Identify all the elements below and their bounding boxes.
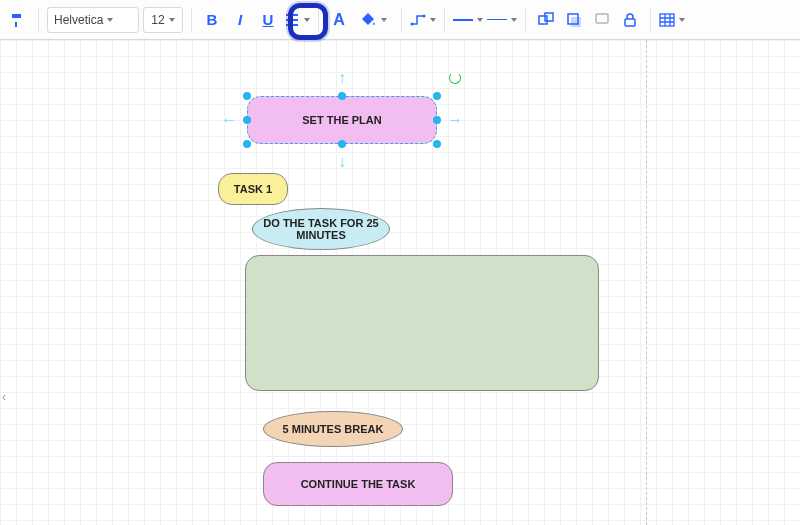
line-icon [453, 19, 473, 21]
svg-rect-7 [625, 19, 635, 26]
shadow-icon [566, 12, 582, 28]
underline-button[interactable]: U [256, 7, 280, 33]
font-family-select[interactable]: Helvetica [47, 7, 139, 33]
comment-button[interactable] [590, 7, 614, 33]
arrange-button[interactable] [534, 7, 558, 33]
line-thin-icon [487, 19, 507, 20]
font-size-value: 12 [151, 13, 164, 27]
diagram-canvas[interactable]: ‹ SET THE PLAN ↑↓←→ TASK 1DO THE TASK FO… [0, 40, 800, 525]
lock-button[interactable] [618, 7, 642, 33]
resize-handle[interactable] [243, 140, 251, 148]
selected-shape-group[interactable]: SET THE PLAN ↑↓←→ [247, 96, 437, 144]
svg-point-1 [423, 14, 426, 17]
shape-set-the-plan[interactable]: SET THE PLAN [247, 96, 437, 144]
resize-handle[interactable] [433, 92, 441, 100]
toolbar-separator [401, 8, 402, 32]
shadow-button[interactable] [562, 7, 586, 33]
line-weight-button[interactable] [487, 7, 517, 33]
formatting-toolbar: Helvetica 12 B I U A [0, 0, 800, 40]
shape-label: TASK 1 [228, 183, 278, 195]
chevron-down-icon [169, 18, 175, 22]
shape-label: 5 MINUTES BREAK [277, 423, 390, 435]
lock-icon [622, 12, 638, 28]
italic-button[interactable]: I [228, 7, 252, 33]
chevron-down-icon [381, 18, 387, 22]
chevron-down-icon [477, 18, 483, 22]
toolbar-separator [38, 8, 39, 32]
bold-button[interactable]: B [200, 7, 224, 33]
svg-rect-2 [539, 16, 547, 24]
connection-arrow[interactable]: → [447, 111, 463, 129]
svg-rect-5 [571, 17, 581, 27]
svg-rect-3 [545, 13, 553, 21]
paint-format-button[interactable] [6, 7, 30, 33]
align-button[interactable] [284, 7, 310, 33]
font-color-icon: A [333, 11, 345, 29]
shape-cont[interactable]: CONTINUE THE TASK [263, 462, 453, 506]
toolbar-separator [191, 8, 192, 32]
connection-arrow[interactable]: ↓ [338, 153, 346, 171]
sidebar-collapse-toggle[interactable]: ‹ [2, 390, 6, 404]
paint-roller-icon [10, 12, 26, 28]
italic-icon: I [238, 11, 242, 28]
line-style-button[interactable] [453, 7, 483, 33]
shape-do25[interactable]: DO THE TASK FOR 25 MINUTES [252, 208, 390, 250]
svg-rect-8 [660, 14, 674, 26]
font-size-select[interactable]: 12 [143, 7, 183, 33]
connection-arrow[interactable]: ↑ [338, 69, 346, 87]
connection-arrow[interactable]: ← [221, 111, 237, 129]
chevron-down-icon [107, 18, 113, 22]
shape-big[interactable] [245, 255, 599, 391]
table-button[interactable] [659, 7, 685, 33]
arrange-icon [538, 12, 554, 28]
connector-style-button[interactable] [410, 7, 436, 33]
chevron-down-icon [511, 18, 517, 22]
font-color-button[interactable]: A [327, 7, 351, 33]
resize-handle[interactable] [338, 140, 346, 148]
rotate-handle[interactable] [449, 72, 461, 84]
shape-label: SET THE PLAN [302, 114, 381, 126]
chevron-down-icon [679, 18, 685, 22]
toolbar-separator [525, 8, 526, 32]
fill-color-button[interactable] [355, 7, 393, 33]
connector-icon [410, 12, 426, 28]
font-family-value: Helvetica [54, 13, 103, 27]
chevron-down-icon [430, 18, 436, 22]
svg-rect-6 [596, 14, 608, 23]
resize-handle[interactable] [243, 92, 251, 100]
toolbar-separator [318, 8, 319, 32]
align-icon [284, 12, 300, 28]
toolbar-separator [650, 8, 651, 32]
shape-label: DO THE TASK FOR 25 MINUTES [253, 217, 389, 241]
underline-icon: U [263, 11, 274, 28]
bold-icon: B [207, 11, 218, 28]
table-icon [659, 12, 675, 28]
svg-point-0 [411, 22, 414, 25]
resize-handle[interactable] [433, 116, 441, 124]
comment-icon [594, 12, 610, 28]
paint-bucket-icon [361, 12, 377, 28]
toolbar-separator [444, 8, 445, 32]
resize-handle[interactable] [243, 116, 251, 124]
resize-handle[interactable] [338, 92, 346, 100]
shape-label: CONTINUE THE TASK [295, 478, 422, 490]
resize-handle[interactable] [433, 140, 441, 148]
page-boundary-guide [646, 40, 647, 525]
shape-task1[interactable]: TASK 1 [218, 173, 288, 205]
chevron-down-icon [304, 18, 310, 22]
shape-break[interactable]: 5 MINUTES BREAK [263, 411, 403, 447]
